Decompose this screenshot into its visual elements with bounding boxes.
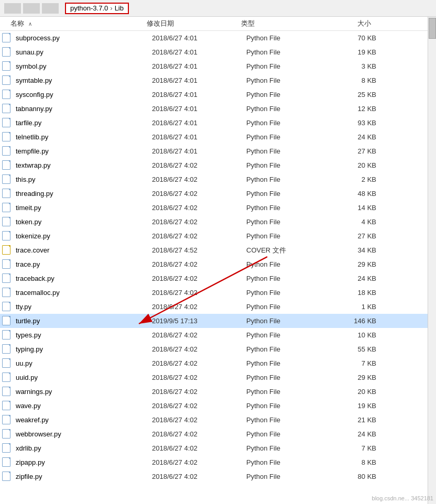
- file-icon: [2, 203, 13, 213]
- file-name: wave.py: [16, 402, 152, 410]
- file-row[interactable]: zipfile.py2018/6/27 4:02Python File80 KB: [0, 469, 436, 484]
- file-size: 29 KB: [335, 260, 383, 268]
- file-row[interactable]: textwrap.py2018/6/27 4:02Python File20 K…: [0, 158, 436, 172]
- file-row[interactable]: telnetlib.py2018/6/27 4:01Python File24 …: [0, 130, 436, 144]
- maximize-button[interactable]: [23, 3, 40, 14]
- file-date: 2018/6/27 4:02: [152, 218, 246, 226]
- file-date: 2018/6/27 4:02: [152, 444, 246, 452]
- file-icon: [2, 189, 13, 199]
- file-row[interactable]: xdrlib.py2018/6/27 4:02Python File7 KB: [0, 441, 436, 455]
- col-header-name[interactable]: 名称 ∧: [0, 19, 147, 28]
- file-name: tempfile.py: [16, 147, 152, 155]
- scrollbar-thumb[interactable]: [429, 18, 436, 39]
- col-header-size[interactable]: 大小: [330, 19, 377, 28]
- file-icon: [2, 33, 13, 43]
- file-name: telnetlib.py: [16, 133, 152, 141]
- file-row[interactable]: uuid.py2018/6/27 4:02Python File29 KB: [0, 370, 436, 385]
- file-name: tracemalloc.py: [16, 289, 152, 297]
- file-row[interactable]: tokenize.py2018/6/27 4:02Python File27 K…: [0, 229, 436, 243]
- file-row[interactable]: sysconfig.py2018/6/27 4:01Python File25 …: [0, 87, 436, 102]
- file-name: uu.py: [16, 359, 152, 367]
- address-bar[interactable]: python-3.7.0 › Lib: [65, 3, 129, 14]
- file-row[interactable]: zipapp.py2018/6/27 4:02Python File8 KB: [0, 455, 436, 469]
- file-icon: [2, 245, 13, 256]
- close-button[interactable]: [42, 3, 59, 14]
- file-row[interactable]: turtle.py2019/9/5 17:13Python File146 KB: [0, 314, 436, 328]
- file-date: 2018/6/27 4:02: [152, 359, 246, 367]
- file-row[interactable]: types.py2018/6/27 4:02Python File10 KB: [0, 328, 436, 342]
- file-size: 55 KB: [335, 345, 383, 353]
- file-row[interactable]: webbrowser.py2018/6/27 4:02Python File24…: [0, 427, 436, 441]
- file-row[interactable]: this.py2018/6/27 4:02Python File2 KB: [0, 172, 436, 187]
- file-size: 8 KB: [335, 458, 383, 466]
- file-date: 2018/6/27 4:02: [152, 430, 246, 438]
- file-icon: [2, 231, 13, 242]
- file-type: Python File: [246, 345, 335, 353]
- file-row[interactable]: timeit.py2018/6/27 4:02Python File14 KB: [0, 201, 436, 215]
- scrollbar-track[interactable]: [428, 17, 436, 504]
- file-date: 2018/6/27 4:02: [152, 402, 246, 410]
- main-container: python-3.7.0 › Lib 名称 ∧ 修改日期 类型 大小 subpr…: [0, 0, 436, 484]
- file-size: 8 KB: [335, 76, 383, 84]
- file-row[interactable]: threading.py2018/6/27 4:02Python File48 …: [0, 187, 436, 201]
- file-type: Python File: [246, 289, 335, 297]
- file-type: Python File: [246, 218, 335, 226]
- file-size: 24 KB: [335, 430, 383, 438]
- file-icon: [2, 302, 13, 312]
- file-row[interactable]: tty.py2018/6/27 4:02Python File1 KB: [0, 300, 436, 314]
- file-date: 2018/6/27 4:01: [152, 147, 246, 155]
- file-row[interactable]: wave.py2018/6/27 4:02Python File19 KB: [0, 399, 436, 413]
- title-bar: python-3.7.0 › Lib: [0, 0, 436, 17]
- file-name: sysconfig.py: [16, 91, 152, 98]
- minimize-button[interactable]: [4, 3, 21, 14]
- file-row[interactable]: trace.py2018/6/27 4:02Python File29 KB: [0, 257, 436, 271]
- file-row[interactable]: uu.py2018/6/27 4:02Python File7 KB: [0, 356, 436, 370]
- file-row[interactable]: symbol.py2018/6/27 4:01Python File3 KB: [0, 59, 436, 73]
- file-icon: [2, 104, 13, 114]
- file-type: Python File: [246, 176, 335, 183]
- file-row[interactable]: tracemalloc.py2018/6/27 4:02Python File1…: [0, 286, 436, 300]
- address-separator: ›: [110, 4, 112, 12]
- file-name: typing.py: [16, 345, 152, 353]
- file-row[interactable]: tarfile.py2018/6/27 4:01Python File93 KB: [0, 116, 436, 130]
- file-date: 2018/6/27 4:02: [152, 374, 246, 381]
- file-type: Python File: [246, 232, 335, 240]
- title-bar-buttons: [4, 3, 59, 14]
- file-size: 12 KB: [335, 105, 383, 113]
- file-row[interactable]: warnings.py2018/6/27 4:02Python File20 K…: [0, 385, 436, 399]
- file-size: 25 KB: [335, 91, 383, 98]
- file-row[interactable]: tempfile.py2018/6/27 4:01Python File27 K…: [0, 144, 436, 158]
- file-name: sunau.py: [16, 48, 152, 56]
- file-date: 2018/6/27 4:02: [152, 275, 246, 282]
- file-size: 24 KB: [335, 133, 383, 141]
- file-icon: [2, 443, 13, 454]
- file-row[interactable]: weakref.py2018/6/27 4:02Python File21 KB: [0, 413, 436, 427]
- col-header-date[interactable]: 修改日期: [147, 19, 241, 28]
- file-row[interactable]: token.py2018/6/27 4:02Python File4 KB: [0, 215, 436, 229]
- file-type: Python File: [246, 275, 335, 282]
- file-type: Python File: [246, 402, 335, 410]
- file-name: turtle.py: [16, 317, 152, 325]
- file-name: timeit.py: [16, 204, 152, 212]
- file-size: 7 KB: [335, 359, 383, 367]
- file-type: Python File: [246, 317, 335, 325]
- file-row[interactable]: trace.cover2018/6/27 4:52COVER 文件34 KB: [0, 243, 436, 257]
- file-size: 21 KB: [335, 416, 383, 424]
- file-date: 2018/6/27 4:01: [152, 119, 246, 127]
- file-icon: [2, 174, 13, 185]
- file-row[interactable]: symtable.py2018/6/27 4:01Python File8 KB: [0, 73, 436, 87]
- col-header-type[interactable]: 类型: [241, 19, 330, 28]
- file-row[interactable]: typing.py2018/6/27 4:02Python File55 KB: [0, 342, 436, 356]
- address-part-1: python-3.7.0: [70, 4, 108, 12]
- file-date: 2018/6/27 4:01: [152, 105, 246, 113]
- file-row[interactable]: tabnanny.py2018/6/27 4:01Python File12 K…: [0, 102, 436, 116]
- file-type: Python File: [246, 147, 335, 155]
- file-name: trace.py: [16, 260, 152, 268]
- file-date: 2018/6/27 4:02: [152, 388, 246, 396]
- file-row[interactable]: sunau.py2018/6/27 4:01Python File19 KB: [0, 45, 436, 59]
- file-name: tabnanny.py: [16, 105, 152, 113]
- file-row[interactable]: subprocess.py2018/6/27 4:01Python File70…: [0, 31, 436, 45]
- file-size: 146 KB: [335, 317, 383, 325]
- file-row[interactable]: traceback.py2018/6/27 4:02Python File24 …: [0, 271, 436, 286]
- file-size: 19 KB: [335, 402, 383, 410]
